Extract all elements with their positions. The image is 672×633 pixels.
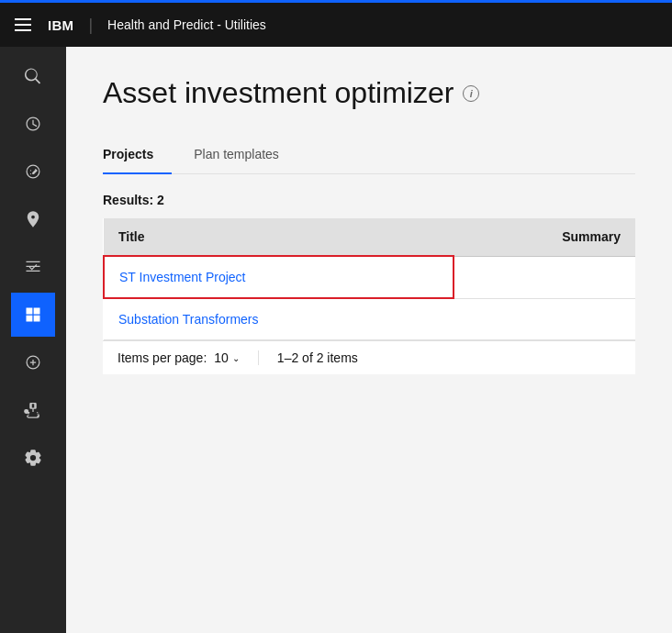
table-cell-title: ST Investment Project <box>104 256 454 298</box>
results-label: Results: 2 <box>103 193 635 207</box>
network-icon <box>24 401 42 419</box>
tab-plan-templates[interactable]: Plan templates <box>194 136 297 174</box>
app-title: Health and Predict - Utilities <box>107 17 266 32</box>
nav-divider: | <box>88 16 93 35</box>
layout: Asset investment optimizer i Projects Pl… <box>0 47 672 633</box>
pagination-left: Items per page: 10 ⌄ <box>118 350 259 365</box>
sidebar-item-tasks[interactable] <box>11 245 55 289</box>
table-row: ST Investment Project <box>104 256 635 298</box>
tabs-container: Projects Plan templates <box>103 136 635 174</box>
optimization-icon <box>24 353 42 372</box>
location-icon <box>24 210 42 228</box>
sidebar-item-dashboard[interactable] <box>11 293 55 337</box>
sidebar-item-network[interactable] <box>11 388 55 432</box>
data-table: Title Summary ST Investment Project Subs… <box>103 218 635 340</box>
col-header-summary: Summary <box>454 218 635 256</box>
pagination-right: 1–2 of 2 items <box>277 350 358 365</box>
dashboard-icon <box>24 305 42 324</box>
col-header-title: Title <box>104 218 454 256</box>
table-cell-title: Substation Transformers <box>104 298 454 340</box>
sidebar-item-settings[interactable] <box>11 436 55 480</box>
table-header-row: Title Summary <box>104 218 635 256</box>
top-nav: IBM | Health and Predict - Utilities <box>0 3 672 47</box>
settings-icon <box>24 449 42 467</box>
project-link-st-investment[interactable]: ST Investment Project <box>119 270 245 284</box>
items-per-page-select[interactable]: 10 ⌄ <box>214 350 240 365</box>
sidebar <box>0 47 66 633</box>
sidebar-item-history[interactable] <box>11 102 55 146</box>
table-cell-summary <box>454 298 635 340</box>
gauge-icon <box>24 162 42 181</box>
page-title: Asset investment optimizer i <box>103 76 635 110</box>
project-link-substation[interactable]: Substation Transformers <box>118 312 259 327</box>
sidebar-item-location[interactable] <box>11 197 55 241</box>
dropdown-arrow-icon: ⌄ <box>232 353 240 363</box>
tab-projects[interactable]: Projects <box>103 136 172 174</box>
items-per-page-value: 10 <box>214 350 229 365</box>
main-content: Asset investment optimizer i Projects Pl… <box>66 47 672 633</box>
hamburger-menu[interactable] <box>15 18 33 31</box>
brand-name: IBM <box>48 17 73 33</box>
pagination-range: 1–2 of 2 items <box>277 350 358 365</box>
info-icon[interactable]: i <box>463 85 479 102</box>
tasks-icon <box>24 258 42 276</box>
items-per-page-label: Items per page: <box>118 350 207 365</box>
table-row: Substation Transformers <box>104 298 635 340</box>
table-cell-summary <box>454 256 635 298</box>
search-icon <box>24 67 42 85</box>
sidebar-item-performance[interactable] <box>11 150 55 194</box>
sidebar-item-search[interactable] <box>11 54 55 98</box>
pagination: Items per page: 10 ⌄ 1–2 of 2 items <box>103 340 635 374</box>
history-icon <box>24 115 42 133</box>
sidebar-item-optimization[interactable] <box>11 340 55 384</box>
